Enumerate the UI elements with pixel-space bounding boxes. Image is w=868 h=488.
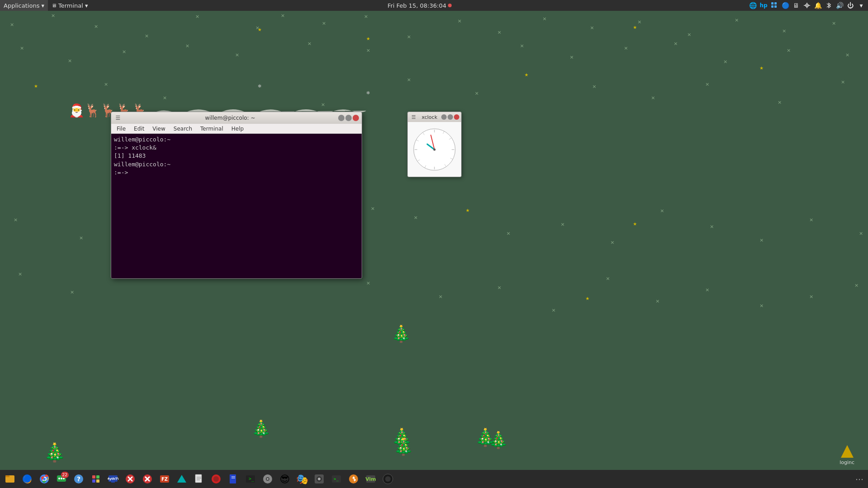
cross-deco: ×	[854, 282, 859, 288]
power-icon[interactable]: ⏻	[845, 0, 855, 10]
star-deco: ★	[760, 66, 764, 70]
applications-menu[interactable]: Applications ▾	[0, 0, 48, 11]
menu-view[interactable]: View	[149, 125, 169, 133]
taskbar-app16-icon[interactable]	[259, 471, 276, 487]
loginc-label: loginc	[840, 460, 854, 465]
terminal-titlebar: ☰ willem@piccolo: ~	[111, 112, 362, 124]
terminal-body[interactable]: willem@piccolo:~ :=-> xclock& [1] 11483 …	[111, 134, 362, 278]
svg-rect-1	[774, 2, 777, 5]
cross-deco: ×	[845, 52, 849, 58]
menu-search[interactable]: Search	[170, 125, 196, 133]
svg-text:FZ: FZ	[161, 477, 168, 482]
taskbar-app19-icon[interactable]	[311, 471, 327, 487]
taskbar-app11-icon[interactable]	[174, 471, 190, 487]
taskbar-emoji-icon[interactable]: 😎	[277, 471, 293, 487]
display-icon[interactable]: 🖥	[791, 0, 801, 10]
volume-icon[interactable]: 🔊	[835, 0, 844, 10]
xclock-titlebar: ☰ xclock	[408, 112, 461, 122]
taskbar-app23-icon[interactable]	[380, 471, 396, 487]
svg-point-5	[807, 5, 808, 6]
svg-rect-29	[5, 475, 9, 477]
taskbar-vim-icon[interactable]: Vim	[363, 471, 379, 487]
taskbar-messaging-icon[interactable]: 22	[53, 471, 70, 487]
bluetooth2-icon[interactable]	[824, 0, 834, 10]
svg-point-72	[318, 478, 321, 480]
menu-terminal[interactable]: Terminal	[197, 125, 227, 133]
globe-icon[interactable]: 🌐	[748, 0, 758, 10]
taskbar-end: ⋯	[853, 474, 866, 484]
star-deco: ★	[34, 84, 38, 89]
xmas-tree-3: 🎄	[391, 427, 412, 447]
xclock-title: xclock	[419, 114, 440, 120]
menu-file[interactable]: File	[113, 125, 129, 133]
terminal-line-1: willem@piccolo:~	[114, 136, 359, 144]
taskbar-mythtv-icon[interactable]: MythTV	[105, 471, 121, 487]
clock-face	[412, 127, 457, 172]
cross-deco: ×	[51, 13, 55, 19]
cross-deco: ×	[542, 16, 547, 22]
xclock-minimize-button[interactable]	[441, 114, 447, 120]
taskbar-app14-icon[interactable]	[225, 471, 241, 487]
cross-deco: ×	[322, 20, 326, 26]
xclock-close-button[interactable]	[454, 114, 459, 120]
taskbar-more-button[interactable]: ⋯	[853, 474, 866, 484]
applications-arrow: ▾	[41, 2, 44, 9]
taskbar-app6-icon[interactable]	[88, 471, 104, 487]
cross-deco: ×	[68, 58, 72, 64]
xclock-menu-icon[interactable]: ☰	[410, 113, 418, 121]
cross-deco: ×	[710, 224, 714, 230]
taskbar-firefox-icon[interactable]	[19, 471, 35, 487]
cross-deco: ×	[18, 271, 22, 277]
taskbar-chromium-icon[interactable]	[36, 471, 52, 487]
taskbar-app13-icon[interactable]	[208, 471, 224, 487]
menu-help[interactable]: Help	[228, 125, 247, 133]
hp-icon[interactable]: hp	[759, 0, 769, 10]
cross-deco: ×	[104, 81, 108, 87]
taskbar-app8-icon[interactable]	[122, 471, 138, 487]
star-deco: ★	[366, 36, 370, 41]
terminal-menu[interactable]: 🖥 Terminal ▾	[48, 0, 91, 11]
taskbar-filezilla-icon[interactable]: FZ	[156, 471, 173, 487]
cross-deco: ×	[723, 59, 727, 65]
cross-deco: ×	[14, 217, 18, 223]
close-button[interactable]	[353, 115, 359, 121]
cross-deco: ×	[458, 18, 462, 24]
bluetooth-icon[interactable]: 🔵	[780, 0, 790, 10]
taskbar-app12-icon[interactable]	[191, 471, 207, 487]
taskbar-app18-icon[interactable]: 🎭	[294, 471, 310, 487]
menu-edit[interactable]: Edit	[130, 125, 148, 133]
cross-deco: ×	[407, 34, 411, 40]
loginc-desktop-icon[interactable]: loginc	[840, 444, 854, 465]
cross-deco: ×	[364, 14, 368, 19]
cross-deco: ×	[610, 239, 614, 245]
cross-deco: ×	[321, 102, 325, 108]
cross-deco: ×	[778, 99, 782, 105]
cross-deco: ×	[841, 79, 845, 85]
taskbar-terminal2-icon[interactable]: >_	[328, 471, 344, 487]
taskbar-help-icon[interactable]: ?	[71, 471, 87, 487]
taskbar-files-icon[interactable]	[2, 471, 18, 487]
cross-deco: ×	[20, 45, 24, 51]
network-icon[interactable]	[802, 0, 812, 10]
terminal-menu-icon[interactable]: ☰	[114, 114, 122, 122]
grid-icon[interactable]	[769, 0, 779, 10]
terminal-label: Terminal	[58, 2, 83, 9]
svg-marker-55	[177, 475, 186, 483]
top-panel: Applications ▾ 🖥 Terminal ▾ Fri Feb 15, …	[0, 0, 868, 11]
chevron-down-icon[interactable]: ▾	[856, 0, 866, 10]
xmas-tree-4: 🎄	[393, 437, 414, 456]
svg-rect-43	[96, 479, 99, 483]
xclock-maximize-button[interactable]	[448, 114, 453, 120]
maximize-button[interactable]	[345, 115, 352, 121]
loginc-icon-gfx	[840, 444, 854, 459]
cross-deco: ×	[163, 95, 167, 101]
taskbar-app9-icon[interactable]	[139, 471, 156, 487]
terminal-window: ☰ willem@piccolo: ~ File Edit View Searc…	[111, 112, 362, 279]
notification-icon[interactable]: 🔔	[813, 0, 823, 10]
taskbar-terminal-icon[interactable]: >_	[242, 471, 259, 487]
star-deco: ★	[258, 27, 262, 32]
cross-deco: ×	[735, 17, 739, 23]
taskbar-updater-icon[interactable]	[345, 471, 362, 487]
minimize-button[interactable]	[338, 115, 344, 121]
svg-rect-42	[92, 479, 95, 483]
